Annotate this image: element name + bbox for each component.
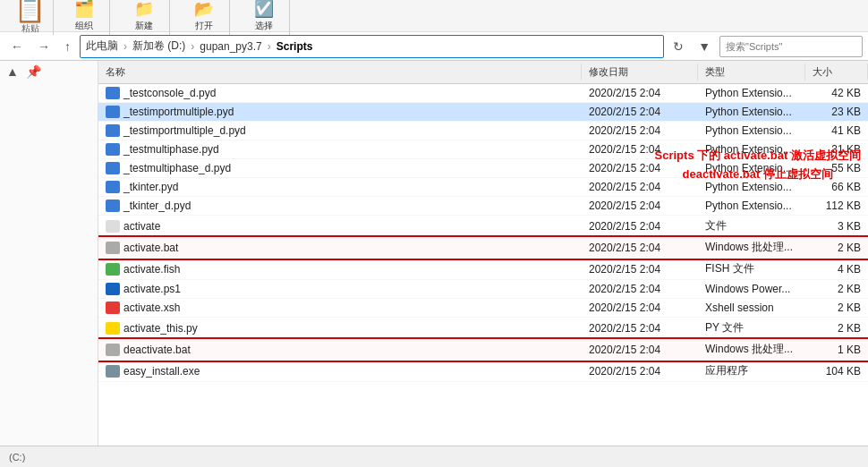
header-type[interactable]: 类型 (698, 64, 805, 81)
file-type-icon (106, 242, 120, 254)
forward-button[interactable]: → (32, 37, 55, 56)
table-row[interactable]: _tkinter.pyd 2020/2/15 2:04 Python Exten… (98, 178, 868, 197)
breadcrumb-computer-label: 此电脑 (86, 38, 118, 54)
breadcrumb-right-controls: ↻ ▼ (668, 37, 716, 56)
search-input[interactable] (719, 36, 863, 57)
file-name-cell: deactivate.bat (98, 342, 582, 358)
file-name-cell: activate (98, 218, 582, 234)
breadcrumb-scripts-label: Scripts (277, 40, 313, 53)
select-label: 选择 (255, 20, 273, 32)
file-name: deactivate.bat (123, 344, 191, 356)
file-type: Python Extensio... (698, 141, 805, 157)
table-row[interactable]: deactivate.bat 2020/2/15 2:04 Windows 批处… (98, 339, 868, 361)
header-name[interactable]: 名称 (98, 64, 582, 81)
table-row[interactable]: _testimportmultiple.pyd 2020/2/15 2:04 P… (98, 103, 868, 122)
file-date: 2020/2/15 2:04 (582, 281, 698, 297)
file-type: Python Extensio... (698, 179, 805, 195)
file-size: 2 KB (805, 240, 868, 256)
up-button[interactable]: ↑ (59, 37, 76, 56)
organize-btn[interactable]: 🗂️ 组织 (68, 0, 100, 35)
file-name-cell: _tkinter_d.pyd (98, 198, 582, 214)
breadcrumb-path[interactable]: 此电脑 › 新加卷 (D:) › gupan_py3.7 › Scripts (80, 35, 664, 58)
table-row[interactable]: _testimportmultiple_d.pyd 2020/2/15 2:04… (98, 122, 868, 140)
file-name: _testimportmultiple.pyd (123, 106, 234, 118)
file-name: _testmultiphase_d.pyd (123, 162, 231, 174)
file-name: activate.fish (123, 263, 180, 276)
file-type-icon (106, 301, 120, 314)
file-date: 2020/2/15 2:04 (582, 363, 698, 379)
file-size: 42 KB (805, 85, 868, 101)
sidebar-expand-btn[interactable]: ▲ (4, 64, 21, 80)
table-row[interactable]: _testmultiphase.pyd 2020/2/15 2:04 Pytho… (98, 140, 868, 159)
breadcrumb-scripts[interactable]: Scripts (277, 40, 313, 53)
file-name: activate_this.py (123, 322, 198, 335)
open-btn[interactable]: 📂 打开 (188, 0, 220, 35)
table-row[interactable]: activate 2020/2/15 2:04 文件 3 KB (98, 216, 868, 237)
file-name: _testconsole_d.pyd (123, 87, 216, 99)
breadcrumb-gupan-label: gupan_py3.7 (200, 40, 261, 53)
back-button[interactable]: ← (5, 37, 29, 56)
file-type: Python Extensio... (698, 123, 805, 139)
breadcrumb-drive[interactable]: 新加卷 (D:) (132, 38, 185, 54)
new-folder-label: 新建 (135, 20, 153, 32)
file-name: activate.ps1 (123, 283, 181, 295)
file-size: 41 KB (805, 123, 868, 139)
file-type-icon (106, 322, 120, 335)
header-size[interactable]: 大小 (805, 64, 868, 81)
organize-icon: 🗂️ (74, 0, 94, 19)
file-name-cell: _testimportmultiple.pyd (98, 104, 582, 120)
dropdown-button[interactable]: ▼ (693, 37, 716, 56)
sidebar-nav: ▲ 📌 (0, 61, 98, 82)
file-rows: _testconsole_d.pyd 2020/2/15 2:04 Python… (98, 84, 868, 382)
file-list: 名称 修改日期 类型 大小 _testconsole_d.pyd 2020/2/… (98, 61, 868, 446)
breadcrumb-gupan[interactable]: gupan_py3.7 (200, 40, 261, 53)
organize-group: 🗂️ 组织 (68, 0, 110, 35)
file-type-icon (106, 344, 120, 356)
breadcrumb-sep-1: › (123, 40, 127, 53)
file-size: 3 KB (805, 218, 868, 234)
file-type-icon (106, 143, 120, 156)
file-date: 2020/2/15 2:04 (582, 160, 698, 176)
file-type-icon (106, 263, 120, 276)
file-size: 2 KB (805, 300, 868, 316)
file-type: Python Extensio... (698, 160, 805, 176)
breadcrumb-sep-2: › (191, 40, 194, 53)
new-group: 📁 新建 (128, 0, 170, 35)
paste-area: 📋 粘贴 (7, 0, 54, 35)
table-row[interactable]: activate.ps1 2020/2/15 2:04 Windows Powe… (98, 280, 868, 299)
file-date: 2020/2/15 2:04 (582, 198, 698, 214)
table-row[interactable]: _tkinter_d.pyd 2020/2/15 2:04 Python Ext… (98, 197, 868, 216)
table-row[interactable]: activate.xsh 2020/2/15 2:04 Xshell sessi… (98, 299, 868, 318)
refresh-button[interactable]: ↻ (668, 37, 689, 56)
open-icon: 📂 (194, 0, 214, 19)
table-row[interactable]: _testconsole_d.pyd 2020/2/15 2:04 Python… (98, 84, 868, 103)
select-btn[interactable]: ☑️ 选择 (248, 0, 280, 35)
file-name-cell: activate.bat (98, 240, 582, 256)
file-type: Python Extensio... (698, 85, 805, 101)
breadcrumb-computer[interactable]: 此电脑 (86, 38, 118, 54)
new-folder-btn[interactable]: 📁 新建 (128, 0, 160, 35)
file-type: 应用程序 (698, 361, 805, 380)
file-name: _tkinter.pyd (123, 181, 178, 193)
new-folder-icon: 📁 (134, 0, 154, 19)
file-type: PY 文件 (698, 318, 805, 337)
sidebar-pin-btn[interactable]: 📌 (23, 64, 44, 80)
table-row[interactable]: activate.fish 2020/2/15 2:04 FISH 文件 4 K… (98, 259, 868, 280)
file-name: activate.bat (123, 242, 178, 254)
select-icon: ☑️ (254, 0, 274, 19)
file-type-icon (106, 87, 120, 99)
header-date[interactable]: 修改日期 (582, 64, 698, 81)
table-row[interactable]: easy_install.exe 2020/2/15 2:04 应用程序 104… (98, 361, 868, 382)
table-row[interactable]: _testmultiphase_d.pyd 2020/2/15 2:04 Pyt… (98, 159, 868, 178)
file-size: 1 KB (805, 342, 868, 358)
table-row[interactable]: activate.bat 2020/2/15 2:04 Windows 批处理.… (98, 237, 868, 259)
file-type-icon (106, 106, 120, 118)
paste-button[interactable]: 📋 (14, 0, 46, 22)
file-name-cell: _testmultiphase.pyd (98, 141, 582, 157)
file-type: 文件 (698, 217, 805, 235)
file-type: Windows Power... (698, 281, 805, 297)
toolbar: 📋 粘贴 🗂️ 组织 📁 新建 📂 打开 ☑️ (0, 0, 868, 32)
table-row[interactable]: activate_this.py 2020/2/15 2:04 PY 文件 2 … (98, 318, 868, 339)
file-size: 66 KB (805, 179, 868, 195)
file-date: 2020/2/15 2:04 (582, 123, 698, 139)
